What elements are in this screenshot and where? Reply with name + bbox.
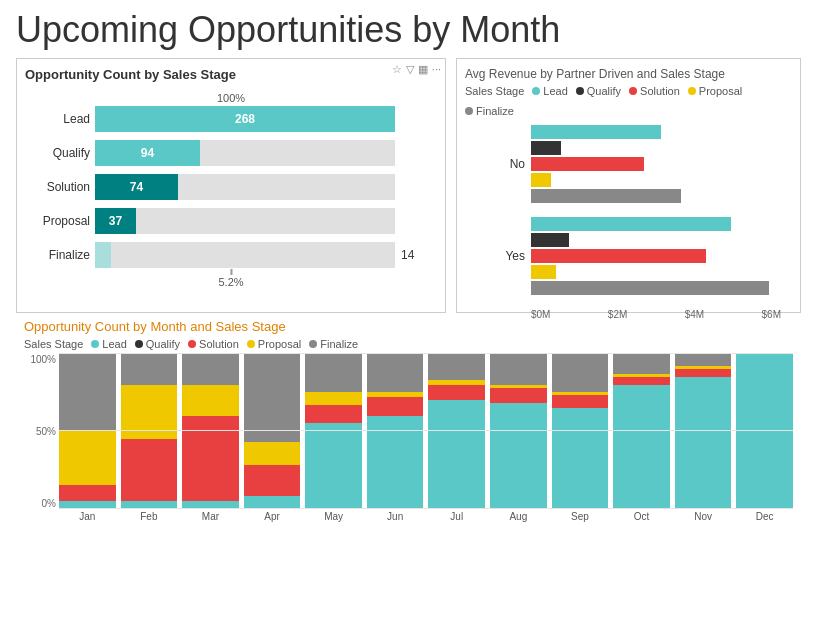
legend-dot <box>465 107 473 115</box>
left-chart-title: Opportunity Count by Sales Stage <box>25 67 437 82</box>
stacked-seg <box>490 388 547 404</box>
legend-item: Finalize <box>465 105 514 117</box>
stacked-seg <box>305 423 362 508</box>
legend-dot <box>247 340 255 348</box>
stacked-bars <box>59 354 793 509</box>
right-chart-legend: Sales Stage LeadQualifySolutionProposalF… <box>465 85 792 117</box>
stacked-bar-col <box>552 354 609 509</box>
avg-bar <box>531 157 644 171</box>
dashboard-page: Upcoming Opportunities by Month ☆ ▽ ▦ ··… <box>0 0 817 633</box>
stacked-seg <box>305 392 362 404</box>
table-icon[interactable]: ▦ <box>418 63 428 76</box>
x-label: Jun <box>367 511 424 522</box>
hbar-row: Lead 268 <box>95 106 437 132</box>
funnel-icon[interactable]: ▽ <box>406 63 414 76</box>
pin-icon[interactable]: ☆ <box>392 63 402 76</box>
stacked-seg <box>367 354 424 393</box>
legend-dot <box>91 340 99 348</box>
legend-dot <box>576 87 584 95</box>
hbar-track <box>95 242 395 268</box>
stacked-seg <box>736 354 793 509</box>
stacked-bar-col <box>428 354 485 509</box>
avg-bar <box>531 125 661 139</box>
stacked-seg <box>59 354 116 432</box>
gridline-100 <box>59 353 793 354</box>
hbar-track: 37 <box>95 208 395 234</box>
avg-bar <box>531 189 681 203</box>
legend-item: Qualify <box>576 85 621 97</box>
hbar-label: Proposal <box>25 214 90 228</box>
stacked-seg <box>121 354 178 385</box>
stacked-seg <box>552 354 609 393</box>
avg-bar <box>531 141 561 155</box>
page-title: Upcoming Opportunities by Month <box>16 10 801 50</box>
hbar-label: Qualify <box>25 146 90 160</box>
legend-item: Proposal <box>688 85 742 97</box>
hbar-label: Finalize <box>25 248 90 262</box>
stacked-seg <box>675 354 732 366</box>
hbar-value-outside: 14 <box>401 248 414 262</box>
stacked-seg <box>305 405 362 424</box>
stacked-bar-col <box>121 354 178 509</box>
hbar-row: Solution 74 <box>95 174 437 200</box>
stacked-chart-area: 0%50%100% <box>24 354 793 509</box>
stacked-bar-col <box>613 354 670 509</box>
stacked-seg <box>244 354 301 442</box>
hbar-track: 268 <box>95 106 395 132</box>
dots-icon[interactable]: ··· <box>432 63 441 76</box>
hbar-fill <box>95 242 111 268</box>
avg-row: No <box>495 125 792 203</box>
stacked-seg <box>428 400 485 509</box>
stacked-seg <box>121 439 178 501</box>
x-label: Jan <box>59 511 116 522</box>
stacked-seg <box>552 395 609 407</box>
stacked-bar-col <box>244 354 301 509</box>
hbar-row: Qualify 94 <box>95 140 437 166</box>
x-label: Aug <box>490 511 547 522</box>
legend-item: Solution <box>188 338 239 350</box>
avg-bar <box>531 173 551 187</box>
hbar-row: Finalize 14 <box>95 242 437 268</box>
avg-x-axis: $0M$2M$4M$6M <box>531 309 781 320</box>
stacked-bar-col <box>305 354 362 509</box>
avg-rev-chart: NoYes$0M$2M$4M$6M <box>465 121 792 321</box>
x-label: Nov <box>675 511 732 522</box>
stacked-seg <box>613 354 670 374</box>
legend-dot <box>135 340 143 348</box>
hbar-chart: 100% Lead 268 Qualify 94 Solution 74 Pro… <box>25 86 437 296</box>
avg-bars-group <box>531 125 681 203</box>
stacked-seg <box>490 403 547 508</box>
right-chart-box: Avg Revenue by Partner Driven and Sales … <box>456 58 801 313</box>
y-label: 100% <box>24 354 56 365</box>
hbar-fill: 37 <box>95 208 136 234</box>
stacked-seg <box>552 408 609 509</box>
left-chart-box: ☆ ▽ ▦ ··· Opportunity Count by Sales Sta… <box>16 58 446 313</box>
gridline-50 <box>59 430 793 431</box>
hbar-label: Solution <box>25 180 90 194</box>
chart-controls[interactable]: ☆ ▽ ▦ ··· <box>392 63 441 76</box>
stacked-seg <box>613 385 670 509</box>
x-label: Dec <box>736 511 793 522</box>
hbar-row: Proposal 37 <box>95 208 437 234</box>
x-label: Jul <box>428 511 485 522</box>
hbar-rows: Lead 268 Qualify 94 Solution 74 Proposal… <box>95 106 437 268</box>
x-label: Mar <box>182 511 239 522</box>
stacked-seg <box>182 354 239 385</box>
hbar-top-label: 100% <box>217 92 245 104</box>
stacked-seg <box>428 385 485 401</box>
stacked-seg <box>59 431 116 485</box>
stacked-bar-col <box>59 354 116 509</box>
stacked-seg <box>182 416 239 501</box>
stacked-bar-col <box>367 354 424 509</box>
bottom-chart-legend: Sales Stage LeadQualifySolutionProposalF… <box>24 338 793 350</box>
bottom-chart-title: Opportunity Count by Month and Sales Sta… <box>24 319 793 334</box>
x-labels: JanFebMarAprMayJunJulAugSepOctNovDec <box>24 511 793 522</box>
avg-bars-group <box>531 217 769 295</box>
stacked-seg <box>675 369 732 377</box>
avg-bar <box>531 249 706 263</box>
stacked-bar-col <box>736 354 793 509</box>
legend-item: Finalize <box>309 338 358 350</box>
stacked-seg <box>675 377 732 509</box>
legend-dot <box>688 87 696 95</box>
stacked-seg <box>428 354 485 380</box>
